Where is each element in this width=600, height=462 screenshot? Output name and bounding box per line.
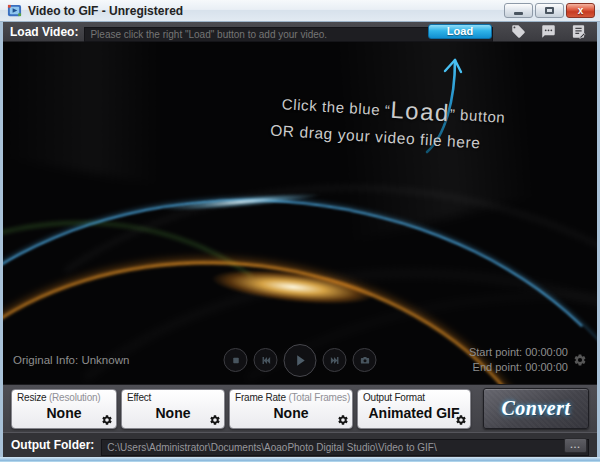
output-format-option-label: Output Format bbox=[363, 392, 465, 403]
framerate-option-label: Frame Rate (Total Frames) bbox=[235, 392, 347, 403]
trim-settings-gear-icon[interactable] bbox=[573, 353, 587, 367]
effect-option-value: None bbox=[127, 405, 219, 421]
output-format-gear-icon[interactable] bbox=[455, 414, 467, 426]
effect-option-box[interactable]: Effect None bbox=[121, 389, 225, 429]
framerate-option-box[interactable]: Frame Rate (Total Frames) None bbox=[229, 389, 353, 429]
previous-button[interactable] bbox=[254, 348, 278, 372]
window-frame: Load Video: Load bbox=[0, 22, 600, 457]
framerate-gear-icon[interactable] bbox=[337, 414, 349, 426]
load-button[interactable]: Load bbox=[428, 24, 492, 39]
window-title: Video to GIF - Unregistered bbox=[28, 4, 183, 18]
previous-icon bbox=[260, 355, 271, 366]
play-icon bbox=[293, 353, 308, 368]
output-format-option-box[interactable]: Output Format Animated GIF bbox=[357, 389, 471, 429]
window-controls: x bbox=[504, 3, 595, 18]
stop-icon bbox=[230, 355, 241, 366]
load-toolbar: Load Video: Load bbox=[3, 22, 597, 42]
next-button[interactable] bbox=[323, 348, 347, 372]
window-bottom-border bbox=[0, 457, 600, 462]
snapshot-camera-icon bbox=[359, 355, 370, 366]
stop-button[interactable] bbox=[224, 348, 248, 372]
framerate-option-value: None bbox=[235, 405, 347, 421]
convert-button[interactable]: Convert bbox=[483, 388, 589, 429]
close-icon: x bbox=[578, 5, 584, 16]
app-icon bbox=[7, 3, 22, 18]
resize-option-box[interactable]: Resize (Resolution) None bbox=[11, 389, 117, 429]
register-form-icon[interactable] bbox=[571, 24, 586, 39]
maximize-button[interactable] bbox=[535, 3, 564, 18]
snapshot-button[interactable] bbox=[353, 348, 377, 372]
titlebar: Video to GIF - Unregistered x bbox=[0, 0, 600, 22]
preview-status-bar: Original Info: Unknown bbox=[3, 336, 597, 384]
feedback-chat-icon[interactable] bbox=[541, 24, 556, 39]
video-preview-area[interactable]: Click the blue “Load” button OR drag you… bbox=[3, 42, 597, 384]
end-point-label: End point: 00:00:00 bbox=[469, 360, 568, 375]
minimize-icon bbox=[514, 12, 523, 15]
load-input-wrap: Load bbox=[84, 24, 493, 39]
effect-option-label: Effect bbox=[127, 392, 219, 403]
trim-points-text: Start point: 00:00:00 End point: 00:00:0… bbox=[469, 345, 568, 375]
playback-controls bbox=[224, 344, 377, 377]
original-info-label: Original Info: Unknown bbox=[13, 354, 129, 366]
output-folder-input[interactable] bbox=[101, 439, 589, 456]
start-point-label: Start point: 00:00:00 bbox=[469, 345, 568, 360]
output-format-option-value: Animated GIF bbox=[363, 405, 465, 421]
play-button[interactable] bbox=[284, 344, 317, 377]
trim-points: Start point: 00:00:00 End point: 00:00:0… bbox=[469, 345, 587, 375]
next-icon bbox=[329, 355, 340, 366]
toolbar-icons bbox=[511, 24, 586, 39]
browse-button[interactable]: ... bbox=[564, 438, 587, 453]
output-folder-label: Output Folder: bbox=[11, 438, 94, 452]
close-button[interactable]: x bbox=[566, 3, 595, 18]
output-folder-wrap: ... bbox=[101, 437, 589, 454]
resize-option-value: None bbox=[17, 405, 111, 421]
minimize-button[interactable] bbox=[504, 3, 533, 18]
app-window: Video to GIF - Unregistered x Load Video… bbox=[0, 0, 600, 462]
options-panel: Resize (Resolution) None Effect None Fra… bbox=[3, 384, 597, 432]
output-folder-row: Output Folder: ... bbox=[3, 432, 597, 457]
effect-gear-icon[interactable] bbox=[209, 414, 221, 426]
resize-gear-icon[interactable] bbox=[101, 414, 113, 426]
resize-option-label: Resize (Resolution) bbox=[17, 392, 111, 403]
hint-load-word: Load bbox=[390, 96, 451, 127]
light-streak bbox=[3, 42, 314, 207]
load-video-label: Load Video: bbox=[10, 25, 78, 39]
maximize-icon bbox=[545, 7, 554, 14]
tag-icon[interactable] bbox=[511, 24, 526, 39]
